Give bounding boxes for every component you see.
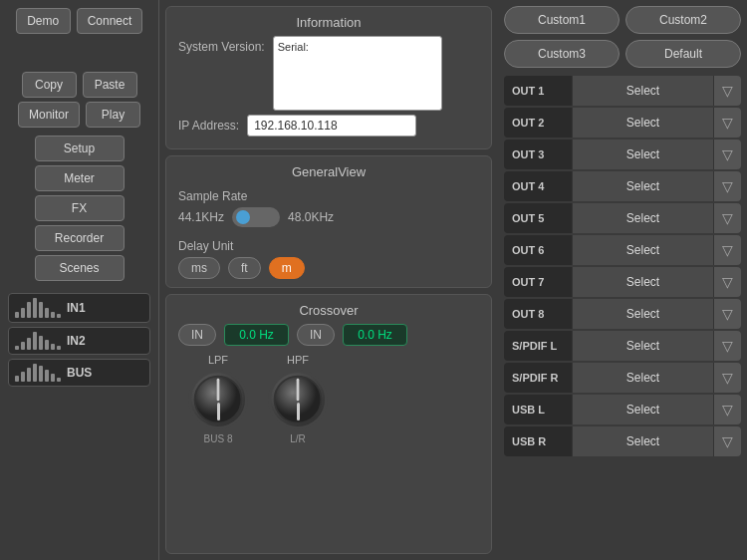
fader-bar <box>21 372 25 382</box>
fader-bar <box>27 302 31 318</box>
out-label-10: USB L <box>504 395 572 424</box>
out-dropdown-4[interactable]: ▽ <box>713 203 741 233</box>
connect-button[interactable]: Connect <box>77 8 143 34</box>
out-dropdown-7[interactable]: ▽ <box>713 299 741 329</box>
fader-bar <box>21 342 25 350</box>
fader-bar <box>39 302 43 318</box>
out-dropdown-9[interactable]: ▽ <box>713 363 741 393</box>
system-version-label: System Version: <box>178 36 265 54</box>
fader-bar <box>57 314 61 318</box>
out-label-4: OUT 5 <box>504 203 572 233</box>
out-select-9[interactable]: Select <box>572 363 713 393</box>
hpf-label: HPF <box>287 354 309 366</box>
fader-bar <box>15 312 19 318</box>
in2-label: IN2 <box>67 334 86 348</box>
out-dropdown-1[interactable]: ▽ <box>713 108 741 138</box>
delay-ft-button[interactable]: ft <box>228 257 261 279</box>
center-panel: Information System Version: Serial: IP A… <box>159 0 498 560</box>
out-select-4[interactable]: Select <box>572 203 713 233</box>
toggle-track <box>232 207 280 227</box>
out-select-5[interactable]: Select <box>572 235 713 265</box>
out-select-3[interactable]: Select <box>572 171 713 201</box>
out-dropdown-0[interactable]: ▽ <box>713 76 741 106</box>
freq1-display: 0.0 Hz <box>224 324 289 346</box>
output-row: OUT 3Select▽ <box>504 140 741 169</box>
crossover-in2-button[interactable]: IN <box>297 324 335 346</box>
delay-m-button[interactable]: m <box>269 257 305 279</box>
out-dropdown-11[interactable]: ▽ <box>713 426 741 456</box>
ip-address-input[interactable]: 192.168.10.118 <box>247 115 416 137</box>
delay-row: ms ft m <box>178 257 479 279</box>
channel-bus: BUS <box>8 359 150 387</box>
monitor-button[interactable]: Monitor <box>18 102 80 128</box>
fx-button[interactable]: FX <box>35 195 124 221</box>
fader-bar <box>15 346 19 350</box>
copy-button[interactable]: Copy <box>22 72 77 98</box>
fader-bar <box>51 374 55 382</box>
fader-bar <box>27 368 31 382</box>
general-title: GeneralView <box>178 164 479 179</box>
output-row: OUT 2Select▽ <box>504 108 741 138</box>
out-label-8: S/PDIF L <box>504 331 572 361</box>
scenes-button[interactable]: Scenes <box>35 255 124 281</box>
fader-bar <box>33 332 37 350</box>
delay-ms-button[interactable]: ms <box>178 257 220 279</box>
recorder-button[interactable]: Recorder <box>35 225 124 251</box>
fader-bar <box>33 364 37 382</box>
out-select-8[interactable]: Select <box>572 331 713 361</box>
sample-rate-toggle[interactable] <box>232 207 280 227</box>
fader-bar <box>45 340 49 350</box>
out-select-7[interactable]: Select <box>572 299 713 329</box>
custom3-button[interactable]: Custom3 <box>504 40 620 68</box>
crossover-in1-button[interactable]: IN <box>178 324 216 346</box>
ip-address-row: IP Address: 192.168.10.118 <box>178 115 479 137</box>
paste-button[interactable]: Paste <box>83 72 137 98</box>
crossover-title: Crossover <box>178 303 479 318</box>
copy-paste-row: Copy Paste <box>8 72 150 98</box>
out-select-1[interactable]: Select <box>572 108 713 138</box>
out-dropdown-6[interactable]: ▽ <box>713 267 741 297</box>
info-section: Information System Version: Serial: IP A… <box>165 6 492 149</box>
out-label-6: OUT 7 <box>504 267 572 297</box>
output-row: USB LSelect▽ <box>504 395 741 424</box>
custom1-button[interactable]: Custom1 <box>504 6 620 34</box>
delay-unit-label: Delay Unit <box>178 235 479 253</box>
out-dropdown-8[interactable]: ▽ <box>713 331 741 361</box>
play-button[interactable]: Play <box>86 102 140 128</box>
custom2-button[interactable]: Custom2 <box>625 6 741 34</box>
out-dropdown-2[interactable]: ▽ <box>713 140 741 169</box>
knob-row: LPF BUS 8 <box>178 354 479 444</box>
setup-button[interactable]: Setup <box>35 136 124 161</box>
out-select-2[interactable]: Select <box>572 140 713 169</box>
rate-low-label: 44.1KHz <box>178 210 224 224</box>
bus-label: BUS <box>67 366 92 380</box>
output-row: OUT 5Select▽ <box>504 203 741 233</box>
lpf-knob[interactable] <box>188 370 248 429</box>
monitor-play-row: Monitor Play <box>8 102 150 128</box>
channel-in1: IN1 <box>8 293 150 323</box>
out-select-6[interactable]: Select <box>572 267 713 297</box>
demo-button[interactable]: Demo <box>16 8 71 34</box>
hpf-knob[interactable] <box>268 370 328 429</box>
out-select-11[interactable]: Select <box>572 426 713 456</box>
out-dropdown-5[interactable]: ▽ <box>713 235 741 265</box>
sample-rate-row: 44.1KHz 48.0KHz <box>178 207 479 227</box>
meter-button[interactable]: Meter <box>35 165 124 191</box>
fader-bar <box>57 378 61 382</box>
nav-buttons: Setup Meter FX Recorder Scenes <box>8 136 150 281</box>
sample-rate-label: Sample Rate <box>178 185 479 203</box>
out-dropdown-3[interactable]: ▽ <box>713 171 741 201</box>
out-dropdown-10[interactable]: ▽ <box>713 395 741 424</box>
out-label-3: OUT 4 <box>504 171 572 201</box>
out-label-2: OUT 3 <box>504 140 572 169</box>
serial-label: Serial: <box>278 41 437 53</box>
bus-faders <box>15 364 61 382</box>
default-button[interactable]: Default <box>625 40 741 68</box>
out-label-7: OUT 8 <box>504 299 572 329</box>
chevron-down-icon: ▽ <box>722 146 733 162</box>
out-select-10[interactable]: Select <box>572 395 713 424</box>
fader-bar <box>15 376 19 382</box>
out-select-0[interactable]: Select <box>572 76 713 106</box>
fader-bar <box>39 336 43 350</box>
output-row: OUT 8Select▽ <box>504 299 741 329</box>
